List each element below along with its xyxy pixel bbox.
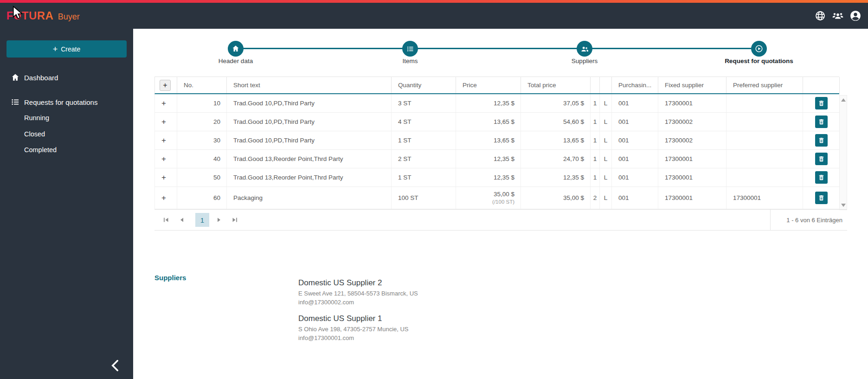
item-total-price: 37,05 $ (521, 94, 591, 112)
trash-icon (818, 137, 825, 144)
add-item-button[interactable]: + (160, 80, 171, 91)
item-preferred-supplier (727, 150, 803, 168)
column-header: + (155, 77, 177, 93)
step-label: Suppliers (534, 58, 636, 64)
delete-item-button[interactable] (815, 153, 828, 165)
table-row: +60Packaging100 ST35,00 $(/100 ST)35,00 … (154, 187, 839, 209)
item-short-text: Trad.Good 10,PD,Third Party (227, 131, 392, 149)
expand-row-button[interactable]: + (161, 136, 166, 144)
play-circle-icon (754, 44, 764, 53)
item-no: 30 (177, 131, 227, 149)
item-no: 40 (177, 150, 227, 168)
account-icon[interactable] (849, 10, 862, 22)
delete-item-button[interactable] (815, 171, 828, 184)
item-quantity: 2 ST (392, 150, 456, 168)
last-page-button[interactable] (229, 214, 241, 226)
sidebar-subitem-completed[interactable]: Completed (24, 143, 57, 156)
delete-item-button[interactable] (815, 97, 828, 109)
item-flag-1: 1 (591, 131, 600, 149)
item-flag-2: L (600, 187, 612, 209)
item-price: 12,35 $ (494, 100, 514, 107)
next-page-button[interactable] (213, 214, 225, 226)
delete-item-button[interactable] (815, 134, 828, 147)
step-label: Items (359, 58, 461, 64)
entries-count: 1 - 6 von 6 Einträgen (770, 210, 847, 230)
sidebar-subitem-running[interactable]: Running (24, 111, 49, 124)
item-quantity: 1 ST (392, 168, 456, 186)
create-button[interactable]: + Create (6, 40, 127, 58)
item-price: 12,35 $ (494, 155, 514, 162)
item-quantity: 100 ST (392, 187, 456, 209)
item-short-text: Packaging (227, 187, 392, 209)
delete-item-button[interactable] (815, 192, 828, 204)
step-header-data[interactable] (228, 41, 244, 57)
item-price: 13,65 $ (494, 118, 514, 125)
home-icon (231, 45, 240, 53)
column-header: Total price (521, 77, 591, 93)
home-icon (11, 73, 20, 82)
supplier-email: info@17300002.com (298, 298, 418, 307)
supplier-address: E Sweet Ave 121, 58504-5573 Bismarck, US (298, 289, 418, 298)
table-row: +10Trad.Good 10,PD,Third Party3 ST12,35 … (154, 94, 839, 113)
step-label: Header data (185, 58, 287, 64)
app-logo[interactable]: FUTURA Buyer (6, 9, 80, 22)
supplier-address: S Ohio Ave 198, 47305-2757 Muncie, US (298, 325, 418, 334)
sidebar: + Create Dashboard Requests for quotatio… (0, 29, 133, 379)
item-purchasing-group: 001 (612, 131, 658, 149)
item-preferred-supplier (727, 113, 803, 131)
item-short-text: Trad.Good 10,PD,Third Party (227, 113, 392, 131)
step-suppliers[interactable] (577, 41, 592, 57)
trash-icon (818, 155, 825, 162)
item-fixed-supplier: 17300002 (658, 131, 727, 149)
trash-icon (818, 118, 825, 125)
item-flag-1: 1 (591, 150, 600, 168)
trash-icon (818, 194, 825, 201)
expand-row-button[interactable]: + (161, 118, 166, 126)
item-preferred-supplier (727, 168, 803, 186)
trash-icon (818, 174, 825, 181)
item-quantity: 1 ST (392, 131, 456, 149)
table-scrollbar[interactable] (839, 95, 847, 210)
wizard-stepper: Header data Items Suppliers Request for … (133, 29, 868, 71)
scroll-up-arrow-icon[interactable] (841, 98, 846, 102)
table-row: +40Trad.Good 13,Reorder Point,Thrd Party… (154, 150, 839, 168)
suppliers-section-title: Suppliers (154, 274, 186, 282)
item-flag-1: 1 (591, 168, 600, 186)
sidebar-item-dashboard[interactable]: Dashboard (0, 70, 133, 85)
step-request-for-quotations[interactable] (751, 41, 767, 57)
item-flag-2: L (600, 150, 612, 168)
scroll-down-arrow-icon[interactable] (841, 204, 846, 207)
sidebar-subitem-closed[interactable]: Closed (24, 128, 45, 141)
expand-row-button[interactable]: + (161, 99, 166, 107)
sidebar-item-label: Dashboard (24, 74, 58, 82)
collapse-sidebar-icon[interactable] (109, 359, 121, 373)
language-globe-icon[interactable] (814, 10, 826, 22)
step-items[interactable] (402, 41, 418, 57)
create-button-label: Create (61, 45, 80, 53)
expand-row-button[interactable]: + (161, 173, 166, 181)
expand-row-button[interactable]: + (161, 194, 166, 202)
item-total-price: 24,70 $ (521, 150, 591, 168)
item-fixed-supplier: 17300001 (658, 168, 727, 186)
item-flag-1: 1 (591, 94, 600, 112)
sidebar-item-requests-for-quotations[interactable]: Requests for quotations (0, 94, 133, 110)
first-page-icon (162, 216, 170, 224)
step-label: Request for quotations (708, 58, 810, 64)
column-header: Purchasin... (612, 77, 658, 93)
supplier-name: Domestic US Supplier 1 (298, 314, 418, 323)
first-page-button[interactable] (160, 214, 172, 226)
next-page-icon (215, 216, 223, 224)
table-row: +20Trad.Good 10,PD,Third Party4 ST13,65 … (154, 113, 839, 131)
supplier-entry: Domestic US Supplier 2 E Sweet Ave 121, … (298, 278, 418, 307)
item-short-text: Trad.Good 13,Reorder Point,Thrd Party (227, 150, 392, 168)
people-icon (580, 45, 589, 53)
supplier-entry: Domestic US Supplier 1 S Ohio Ave 198, 4… (298, 314, 418, 342)
delete-item-button[interactable] (815, 116, 828, 128)
column-header: Quantity (392, 77, 456, 93)
item-price: 13,65 $ (494, 137, 514, 144)
item-price-unit: (/100 ST) (492, 199, 514, 205)
users-group-icon[interactable] (832, 10, 844, 22)
expand-row-button[interactable]: + (161, 155, 166, 163)
current-page[interactable]: 1 (195, 213, 209, 227)
previous-page-button[interactable] (176, 214, 188, 226)
